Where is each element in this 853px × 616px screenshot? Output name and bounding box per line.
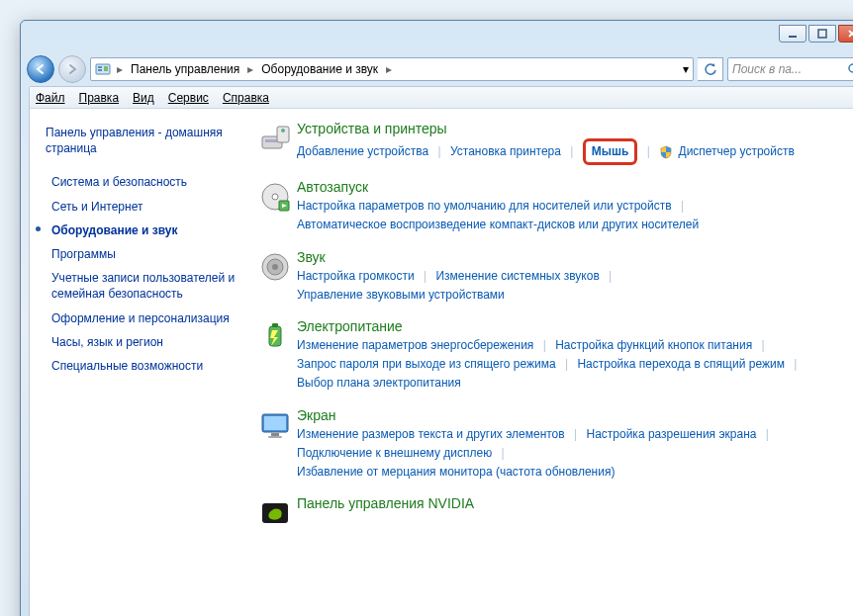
autoplay-icon (253, 179, 297, 219)
link-external[interactable]: Подключение к внешнему дисплею (297, 446, 492, 460)
sidebar-item-programs[interactable]: Программы (46, 242, 237, 266)
power-title[interactable]: Электропитание (297, 318, 851, 334)
body: Панель управления - домашняя страница Си… (30, 109, 853, 616)
link-sys-sounds[interactable]: Изменение системных звуков (435, 269, 599, 283)
sidebar-item-clock[interactable]: Часы, язык и регион (46, 330, 237, 354)
sound-icon (253, 249, 297, 289)
svg-point-10 (281, 129, 285, 132)
svg-point-16 (272, 264, 278, 270)
sidebar: Панель управления - домашняя страница Си… (30, 109, 247, 616)
section-nvidia: Панель управления NVIDIA (253, 495, 851, 535)
link-flicker[interactable]: Избавление от мерцания монитора (частота… (297, 465, 615, 479)
menu-edit[interactable]: Правка (79, 91, 120, 105)
menu-file[interactable]: Файл (36, 91, 65, 105)
refresh-button[interactable] (698, 57, 723, 81)
minimize-button[interactable] (779, 25, 806, 43)
svg-point-12 (272, 194, 278, 200)
menu-help[interactable]: Справка (223, 91, 269, 105)
sidebar-item-network[interactable]: Сеть и Интернет (46, 195, 237, 219)
search-input[interactable]: Поиск в па... (727, 57, 853, 81)
sidebar-item-hardware[interactable]: Оборудование и звук (46, 219, 237, 242)
link-power-sleep[interactable]: Настройка перехода в спящий режим (577, 357, 784, 371)
power-icon (253, 318, 297, 358)
link-power-password[interactable]: Запрос пароля при выходе из спящего режи… (297, 357, 556, 371)
control-panel-window: ▸ Панель управления ▸ Оборудование и зву… (20, 20, 853, 616)
nvidia-icon (253, 495, 297, 535)
display-icon (253, 407, 297, 447)
section-display: Экран Изменение размеров текста и других… (253, 407, 851, 483)
menu-view[interactable]: Вид (133, 91, 154, 105)
main-content: Устройства и принтеры Добавление устройс… (247, 109, 853, 616)
devices-title[interactable]: Устройства и принтеры (297, 121, 851, 136)
link-text-size[interactable]: Изменение размеров текста и других элеме… (297, 427, 565, 441)
breadcrumb-root[interactable]: Панель управления (129, 62, 241, 76)
autoplay-title[interactable]: Автозапуск (297, 179, 851, 195)
svg-point-6 (849, 64, 853, 72)
chevron-right-icon: ▸ (384, 62, 394, 76)
devices-icon (253, 121, 297, 160)
shield-icon (659, 145, 673, 159)
link-add-device[interactable]: Добавление устройства (297, 144, 428, 158)
svg-rect-5 (104, 66, 108, 71)
search-placeholder: Поиск в па... (732, 62, 802, 76)
sidebar-item-system[interactable]: Система и безопасность (46, 170, 237, 194)
svg-rect-4 (98, 69, 102, 71)
sound-title[interactable]: Звук (297, 249, 851, 265)
section-autoplay: Автозапуск Настройка параметров по умолч… (253, 179, 851, 234)
svg-rect-1 (818, 30, 826, 38)
sidebar-item-accounts[interactable]: Учетные записи пользователей и семейная … (46, 266, 237, 306)
link-mouse[interactable]: Мышь (592, 144, 629, 158)
link-device-manager[interactable]: Диспетчер устройств (679, 144, 795, 158)
nvidia-title[interactable]: Панель управления NVIDIA (297, 495, 851, 511)
search-icon (847, 62, 853, 76)
link-volume[interactable]: Настройка громкости (297, 269, 415, 283)
maximize-button[interactable] (808, 25, 836, 43)
sidebar-home-link[interactable]: Панель управления - домашняя страница (46, 125, 237, 156)
svg-rect-21 (271, 433, 279, 436)
menu-bar: Файл Правка Вид Сервис Справка (30, 87, 853, 109)
link-power-plan[interactable]: Выбор плана электропитания (297, 376, 461, 390)
svg-rect-0 (789, 36, 797, 38)
svg-rect-20 (264, 416, 286, 430)
link-manage-audio[interactable]: Управление звуковыми устройствами (297, 288, 505, 302)
section-devices: Устройства и принтеры Добавление устройс… (253, 121, 851, 165)
link-add-printer[interactable]: Установка принтера (450, 144, 561, 158)
address-dropdown-icon[interactable]: ▾ (683, 62, 689, 76)
sidebar-item-appearance[interactable]: Оформление и персонализация (46, 307, 237, 330)
display-title[interactable]: Экран (297, 407, 851, 423)
link-power-buttons[interactable]: Настройка функций кнопок питания (555, 338, 752, 352)
svg-rect-18 (272, 323, 278, 327)
close-button[interactable] (838, 25, 853, 43)
navigation-row: ▸ Панель управления ▸ Оборудование и зву… (21, 52, 853, 86)
link-power-settings[interactable]: Изменение параметров энергосбережения (297, 338, 533, 352)
breadcrumb-current[interactable]: Оборудование и звук (259, 62, 380, 76)
content-frame: Файл Правка Вид Сервис Справка Панель уп… (29, 86, 853, 616)
section-sound: Звук Настройка громкости | Изменение сис… (253, 249, 851, 305)
svg-rect-3 (98, 66, 102, 68)
chevron-right-icon: ▸ (115, 62, 125, 76)
link-autoplay-defaults[interactable]: Настройка параметров по умолчанию для но… (297, 199, 672, 213)
chevron-right-icon: ▸ (245, 62, 255, 76)
highlight-mouse: Мышь (583, 138, 638, 165)
forward-button[interactable] (58, 55, 86, 83)
section-power: Электропитание Изменение параметров энер… (253, 318, 851, 394)
svg-rect-22 (268, 436, 282, 438)
menu-tools[interactable]: Сервис (168, 91, 209, 105)
sidebar-item-access[interactable]: Специальные возможности (46, 354, 237, 378)
link-autoplay-cd[interactable]: Автоматическое воспроизведение компакт-д… (297, 218, 699, 231)
control-panel-icon (95, 61, 111, 77)
address-bar[interactable]: ▸ Панель управления ▸ Оборудование и зву… (90, 57, 694, 81)
titlebar (21, 21, 853, 52)
back-button[interactable] (27, 55, 54, 83)
link-resolution[interactable]: Настройка разрешения экрана (586, 427, 756, 441)
